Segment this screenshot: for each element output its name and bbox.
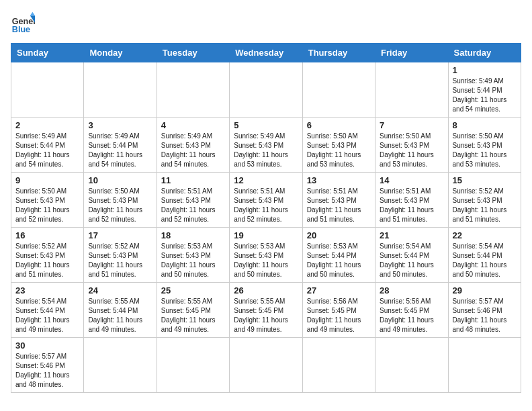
day-number: 15 xyxy=(453,175,517,185)
day-info: Sunrise: 5:54 AM Sunset: 5:44 PM Dayligh… xyxy=(453,242,517,279)
calendar-cell: 5Sunrise: 5:49 AM Sunset: 5:43 PM Daylig… xyxy=(230,118,302,173)
day-number: 16 xyxy=(15,230,79,240)
day-info: Sunrise: 5:49 AM Sunset: 5:44 PM Dayligh… xyxy=(15,132,79,169)
svg-marker-3 xyxy=(30,12,35,15)
calendar-cell: 6Sunrise: 5:50 AM Sunset: 5:43 PM Daylig… xyxy=(302,118,375,173)
calendar-cell: 27Sunrise: 5:56 AM Sunset: 5:45 PM Dayli… xyxy=(302,283,375,338)
calendar-cell xyxy=(11,62,84,118)
calendar-cell: 18Sunrise: 5:53 AM Sunset: 5:43 PM Dayli… xyxy=(157,228,229,283)
calendar-cell: 4Sunrise: 5:49 AM Sunset: 5:43 PM Daylig… xyxy=(157,118,229,173)
calendar-cell xyxy=(375,62,448,118)
day-info: Sunrise: 5:50 AM Sunset: 5:43 PM Dayligh… xyxy=(307,132,371,169)
calendar-cell: 25Sunrise: 5:55 AM Sunset: 5:45 PM Dayli… xyxy=(157,283,229,338)
weekday-header-saturday: Saturday xyxy=(448,44,521,62)
day-info: Sunrise: 5:51 AM Sunset: 5:43 PM Dayligh… xyxy=(380,187,443,224)
day-info: Sunrise: 5:50 AM Sunset: 5:43 PM Dayligh… xyxy=(380,132,443,169)
day-info: Sunrise: 5:49 AM Sunset: 5:44 PM Dayligh… xyxy=(453,77,517,114)
calendar-cell: 23Sunrise: 5:54 AM Sunset: 5:44 PM Dayli… xyxy=(11,283,84,338)
calendar-cell xyxy=(302,62,375,118)
weekday-header-thursday: Thursday xyxy=(302,44,375,62)
day-number: 5 xyxy=(234,120,298,130)
day-number: 22 xyxy=(453,230,517,240)
calendar-cell: 14Sunrise: 5:51 AM Sunset: 5:43 PM Dayli… xyxy=(375,173,448,228)
day-info: Sunrise: 5:55 AM Sunset: 5:45 PM Dayligh… xyxy=(234,297,298,334)
day-number: 20 xyxy=(307,230,371,240)
day-number: 29 xyxy=(453,285,517,295)
calendar-cell: 3Sunrise: 5:49 AM Sunset: 5:44 PM Daylig… xyxy=(84,118,157,173)
day-info: Sunrise: 5:53 AM Sunset: 5:43 PM Dayligh… xyxy=(161,242,225,279)
day-info: Sunrise: 5:51 AM Sunset: 5:43 PM Dayligh… xyxy=(234,187,298,224)
calendar-cell: 15Sunrise: 5:52 AM Sunset: 5:43 PM Dayli… xyxy=(448,173,521,228)
day-info: Sunrise: 5:50 AM Sunset: 5:43 PM Dayligh… xyxy=(453,132,517,169)
calendar-cell: 10Sunrise: 5:50 AM Sunset: 5:43 PM Dayli… xyxy=(84,173,157,228)
day-info: Sunrise: 5:52 AM Sunset: 5:43 PM Dayligh… xyxy=(88,242,152,279)
calendar-cell xyxy=(84,62,157,118)
calendar-cell: 11Sunrise: 5:51 AM Sunset: 5:43 PM Dayli… xyxy=(157,173,229,228)
calendar-cell xyxy=(230,338,302,393)
day-number: 7 xyxy=(380,120,443,130)
day-number: 28 xyxy=(380,285,443,295)
day-info: Sunrise: 5:57 AM Sunset: 5:46 PM Dayligh… xyxy=(453,297,517,334)
calendar-cell: 30Sunrise: 5:57 AM Sunset: 5:46 PM Dayli… xyxy=(11,338,84,393)
day-number: 13 xyxy=(307,175,371,185)
calendar-cell xyxy=(157,338,229,393)
day-info: Sunrise: 5:52 AM Sunset: 5:43 PM Dayligh… xyxy=(15,242,79,279)
day-info: Sunrise: 5:49 AM Sunset: 5:44 PM Dayligh… xyxy=(88,132,152,169)
weekday-header-monday: Monday xyxy=(84,44,157,62)
day-info: Sunrise: 5:49 AM Sunset: 5:43 PM Dayligh… xyxy=(234,132,298,169)
day-info: Sunrise: 5:50 AM Sunset: 5:43 PM Dayligh… xyxy=(15,187,79,224)
calendar-cell: 2Sunrise: 5:49 AM Sunset: 5:44 PM Daylig… xyxy=(11,118,84,173)
day-number: 11 xyxy=(161,175,225,185)
day-number: 25 xyxy=(161,285,225,295)
weekday-header-wednesday: Wednesday xyxy=(230,44,302,62)
calendar-cell xyxy=(230,62,302,118)
calendar-cell: 19Sunrise: 5:53 AM Sunset: 5:43 PM Dayli… xyxy=(230,228,302,283)
day-number: 12 xyxy=(234,175,298,185)
day-info: Sunrise: 5:55 AM Sunset: 5:44 PM Dayligh… xyxy=(88,297,152,334)
day-info: Sunrise: 5:51 AM Sunset: 5:43 PM Dayligh… xyxy=(161,187,225,224)
logo: General Blue xyxy=(11,11,35,35)
weekday-header-sunday: Sunday xyxy=(11,44,84,62)
calendar-cell: 29Sunrise: 5:57 AM Sunset: 5:46 PM Dayli… xyxy=(448,283,521,338)
day-number: 6 xyxy=(307,120,371,130)
calendar-cell: 17Sunrise: 5:52 AM Sunset: 5:43 PM Dayli… xyxy=(84,228,157,283)
day-number: 1 xyxy=(453,65,517,75)
calendar-cell xyxy=(375,338,448,393)
day-info: Sunrise: 5:51 AM Sunset: 5:43 PM Dayligh… xyxy=(307,187,371,224)
calendar-cell: 26Sunrise: 5:55 AM Sunset: 5:45 PM Dayli… xyxy=(230,283,302,338)
calendar-cell xyxy=(302,338,375,393)
day-number: 27 xyxy=(307,285,371,295)
calendar-cell: 1Sunrise: 5:49 AM Sunset: 5:44 PM Daylig… xyxy=(448,62,521,118)
calendar-cell: 24Sunrise: 5:55 AM Sunset: 5:44 PM Dayli… xyxy=(84,283,157,338)
calendar-cell xyxy=(157,62,229,118)
day-info: Sunrise: 5:53 AM Sunset: 5:43 PM Dayligh… xyxy=(234,242,298,279)
day-info: Sunrise: 5:50 AM Sunset: 5:43 PM Dayligh… xyxy=(88,187,152,224)
day-number: 19 xyxy=(234,230,298,240)
day-number: 23 xyxy=(15,285,79,295)
day-info: Sunrise: 5:54 AM Sunset: 5:44 PM Dayligh… xyxy=(380,242,443,279)
day-number: 21 xyxy=(380,230,443,240)
calendar-cell: 7Sunrise: 5:50 AM Sunset: 5:43 PM Daylig… xyxy=(375,118,448,173)
calendar-cell: 9Sunrise: 5:50 AM Sunset: 5:43 PM Daylig… xyxy=(11,173,84,228)
page-header: General Blue xyxy=(11,11,521,35)
day-number: 26 xyxy=(234,285,298,295)
calendar-cell xyxy=(84,338,157,393)
calendar-cell: 8Sunrise: 5:50 AM Sunset: 5:43 PM Daylig… xyxy=(448,118,521,173)
day-number: 8 xyxy=(453,120,517,130)
day-number: 2 xyxy=(15,120,79,130)
calendar-table: SundayMondayTuesdayWednesdayThursdayFrid… xyxy=(11,43,521,393)
calendar-cell: 12Sunrise: 5:51 AM Sunset: 5:43 PM Dayli… xyxy=(230,173,302,228)
weekday-header-tuesday: Tuesday xyxy=(157,44,229,62)
day-number: 17 xyxy=(88,230,152,240)
calendar-cell: 13Sunrise: 5:51 AM Sunset: 5:43 PM Dayli… xyxy=(302,173,375,228)
calendar-cell: 20Sunrise: 5:53 AM Sunset: 5:44 PM Dayli… xyxy=(302,228,375,283)
day-info: Sunrise: 5:56 AM Sunset: 5:45 PM Dayligh… xyxy=(307,297,371,334)
day-number: 24 xyxy=(88,285,152,295)
day-info: Sunrise: 5:49 AM Sunset: 5:43 PM Dayligh… xyxy=(161,132,225,169)
day-info: Sunrise: 5:56 AM Sunset: 5:45 PM Dayligh… xyxy=(380,297,443,334)
day-number: 18 xyxy=(161,230,225,240)
day-number: 4 xyxy=(161,120,225,130)
day-number: 14 xyxy=(380,175,443,185)
day-info: Sunrise: 5:53 AM Sunset: 5:44 PM Dayligh… xyxy=(307,242,371,279)
calendar-cell: 21Sunrise: 5:54 AM Sunset: 5:44 PM Dayli… xyxy=(375,228,448,283)
